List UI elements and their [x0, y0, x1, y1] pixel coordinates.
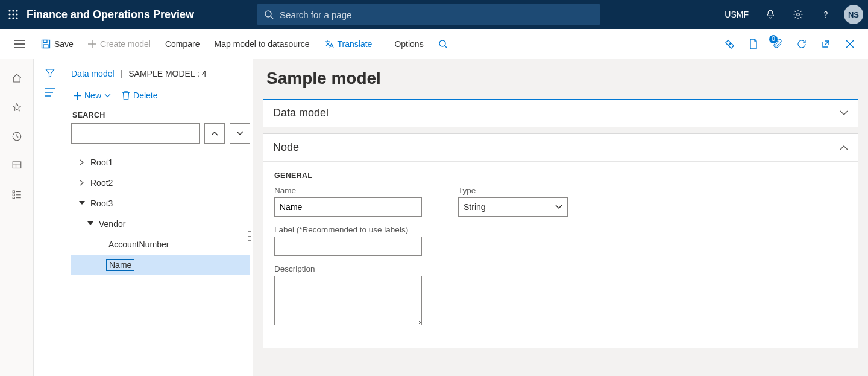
list-lines-icon[interactable] — [45, 88, 55, 97]
avatar[interactable]: NS — [844, 5, 863, 24]
card-data-model-title: Data model — [273, 107, 329, 119]
tree-label: Root1 — [88, 157, 115, 168]
attachments-icon[interactable]: 0 — [766, 32, 790, 56]
breadcrumb: Data model | SAMPLE MODEL : 4 — [71, 69, 250, 84]
compare-button[interactable]: Compare — [158, 33, 207, 55]
delete-button[interactable]: Delete — [119, 88, 160, 103]
app-title: Finance and Operations Preview — [27, 8, 194, 21]
tree-node-account-number[interactable]: AccountNumber — [71, 234, 250, 255]
chevron-right-icon — [76, 180, 88, 186]
map-model-button[interactable]: Map model to datasource — [207, 33, 317, 55]
svg-point-12 — [825, 17, 826, 18]
map-model-label: Map model to datasource — [215, 39, 310, 49]
refresh-icon[interactable] — [790, 32, 814, 56]
bell-icon[interactable] — [757, 0, 784, 29]
badge: 0 — [769, 35, 778, 43]
card-node-header[interactable]: Node — [263, 134, 858, 161]
modules-icon[interactable] — [2, 180, 31, 209]
chevron-down-icon — [76, 201, 88, 206]
trash-icon — [122, 91, 130, 100]
new-button[interactable]: New — [71, 88, 113, 103]
svg-rect-18 — [43, 45, 48, 48]
star-icon[interactable] — [2, 93, 31, 122]
hamburger-icon[interactable] — [5, 40, 34, 48]
options-button[interactable]: Options — [387, 33, 430, 55]
svg-rect-32 — [13, 194, 14, 196]
card-data-model-header[interactable]: Data model — [263, 100, 858, 127]
popout-icon[interactable] — [814, 32, 838, 56]
gear-icon[interactable] — [785, 0, 811, 29]
label-field[interactable] — [274, 237, 422, 256]
tree-node-root1[interactable]: Root1 — [71, 152, 250, 173]
svg-rect-17 — [43, 40, 47, 42]
svg-line-10 — [271, 16, 273, 19]
action-bar: Save Create model Compare Map model to d… — [0, 29, 868, 59]
tree-node-name[interactable]: Name — [71, 255, 250, 275]
tree-node-root3[interactable]: Root3 — [71, 193, 250, 214]
waffle-icon[interactable] — [0, 0, 27, 29]
page-title: Sample model — [266, 69, 858, 88]
clock-icon[interactable] — [2, 122, 31, 151]
type-value: String — [464, 202, 486, 212]
create-model-label: Create model — [100, 39, 151, 49]
tree-label: Root2 — [88, 177, 115, 188]
svg-point-5 — [16, 13, 17, 15]
chevron-down-icon — [84, 221, 96, 226]
svg-point-2 — [16, 10, 17, 11]
company-code[interactable]: USMF — [717, 10, 756, 19]
translate-button[interactable]: Translate — [317, 33, 380, 55]
tree-label: Vendor — [96, 218, 128, 229]
global-search[interactable] — [257, 4, 600, 25]
search-label: SEARCH — [71, 111, 250, 119]
find-button[interactable] — [431, 33, 455, 55]
home-icon[interactable] — [2, 64, 31, 93]
svg-point-11 — [797, 13, 800, 16]
svg-point-21 — [439, 40, 445, 46]
tree-search-input[interactable] — [71, 123, 200, 144]
chevron-down-icon — [104, 94, 111, 98]
help-icon[interactable] — [813, 0, 839, 29]
new-label: New — [84, 91, 101, 100]
svg-point-0 — [8, 10, 10, 11]
type-select[interactable]: String — [458, 197, 568, 217]
filter-rail — [34, 59, 66, 376]
tree-node-vendor[interactable]: Vendor — [71, 214, 250, 234]
save-icon — [41, 39, 51, 49]
options-label: Options — [394, 39, 423, 49]
plus-icon — [88, 40, 96, 48]
card-data-model: Data model — [263, 99, 858, 127]
name-field[interactable] — [274, 197, 422, 217]
nav-rail — [0, 59, 34, 376]
diamond-icon[interactable] — [717, 32, 741, 56]
chevron-down-icon — [840, 110, 848, 116]
tree-label: Root3 — [88, 198, 115, 209]
filter-icon[interactable] — [45, 68, 55, 78]
chevron-down-icon — [555, 205, 562, 209]
plus-icon — [74, 92, 81, 100]
top-navbar: Finance and Operations Preview USMF NS — [0, 0, 868, 29]
svg-point-6 — [8, 17, 10, 19]
svg-point-3 — [8, 13, 10, 15]
workspace-icon[interactable] — [2, 151, 31, 180]
close-icon[interactable] — [838, 32, 862, 56]
card-node: Node GENERAL Name Label (*Recommended to… — [263, 133, 858, 348]
type-label: Type — [458, 186, 568, 195]
drag-handle-icon[interactable] — [248, 231, 251, 241]
translate-icon — [324, 39, 334, 49]
search-next-button[interactable] — [230, 123, 250, 144]
breadcrumb-data-model[interactable]: Data model — [71, 69, 115, 78]
svg-point-8 — [16, 17, 17, 19]
description-field[interactable] — [274, 276, 422, 325]
svg-rect-31 — [13, 191, 14, 193]
tree-node-root2[interactable]: Root2 — [71, 173, 250, 193]
main-content: Sample model Data model Node GENERAL — [253, 59, 868, 376]
label-label: Label (*Recommended to use labels) — [274, 225, 422, 234]
breadcrumb-current: SAMPLE MODEL : 4 — [128, 69, 206, 78]
search-prev-button[interactable] — [204, 123, 225, 144]
save-button[interactable]: Save — [34, 33, 81, 55]
document-icon[interactable] — [741, 32, 766, 56]
tree: Root1 Root2 Root3 Vendor AccountNumber — [71, 152, 250, 275]
description-label: Description — [274, 264, 422, 273]
global-search-input[interactable] — [280, 10, 593, 20]
create-model-button: Create model — [81, 33, 158, 55]
